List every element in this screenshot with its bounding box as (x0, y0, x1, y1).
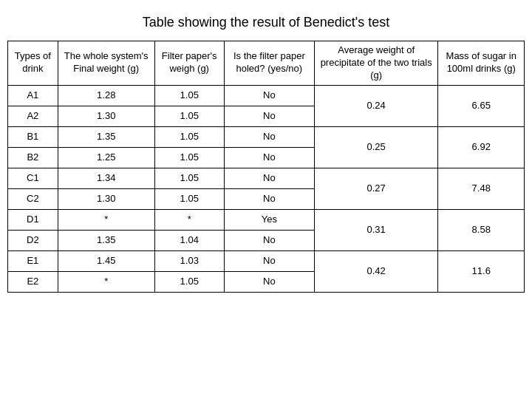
cell-whole: * (58, 271, 154, 292)
results-table: Types of drink The whole system's Final … (7, 41, 525, 293)
cell-holed: No (224, 271, 314, 292)
cell-drink: D1 (8, 209, 58, 230)
cell-whole: 1.45 (58, 250, 154, 271)
cell-drink: D2 (8, 230, 58, 250)
col-header-filter: Filter paper's weigh (g) (154, 41, 224, 86)
cell-drink: E2 (8, 271, 58, 292)
cell-drink: A2 (8, 106, 58, 126)
page-title: Table showing the result of Benedict's t… (143, 15, 390, 30)
cell-filter: 1.05 (154, 106, 224, 126)
cell-whole: 1.35 (58, 230, 154, 250)
cell-filter: 1.05 (154, 126, 224, 147)
cell-filter: 1.05 (154, 188, 224, 209)
cell-whole: 1.34 (58, 168, 154, 188)
cell-filter: 1.03 (154, 250, 224, 271)
cell-holed: No (224, 250, 314, 271)
cell-mass: 7.48 (438, 168, 525, 209)
cell-filter: 1.04 (154, 230, 224, 250)
cell-filter: 1.05 (154, 85, 224, 106)
cell-whole: 1.35 (58, 126, 154, 147)
cell-mass: 6.92 (438, 126, 525, 168)
table-header: Types of drink The whole system's Final … (8, 41, 525, 86)
col-header-holed: Is the filter paper holed? (yes/no) (224, 41, 314, 86)
cell-drink: C1 (8, 168, 58, 188)
cell-holed: No (224, 85, 314, 106)
cell-mass: 6.65 (438, 85, 525, 126)
cell-drink: A1 (8, 85, 58, 106)
cell-holed: Yes (224, 209, 314, 230)
cell-whole: 1.28 (58, 85, 154, 106)
cell-holed: No (224, 147, 314, 168)
cell-mass: 11.6 (438, 250, 525, 292)
cell-whole: 1.30 (58, 106, 154, 126)
table-row: C11.341.05No0.277.48 (8, 168, 525, 188)
cell-whole: * (58, 209, 154, 230)
cell-holed: No (224, 188, 314, 209)
col-header-avg: Average weight of precipitate of the two… (314, 41, 438, 86)
cell-filter: * (154, 209, 224, 230)
cell-holed: No (224, 168, 314, 188)
cell-whole: 1.25 (58, 147, 154, 168)
cell-avg: 0.31 (314, 209, 438, 250)
table-row: B11.351.05No0.256.92 (8, 126, 525, 147)
table-row: D1**Yes0.318.58 (8, 209, 525, 230)
col-header-drink: Types of drink (8, 41, 58, 86)
col-header-mass: Mass of sugar in 100ml drinks (g) (438, 41, 525, 86)
cell-drink: E1 (8, 250, 58, 271)
cell-holed: No (224, 106, 314, 126)
cell-filter: 1.05 (154, 168, 224, 188)
cell-avg: 0.25 (314, 126, 438, 168)
cell-whole: 1.30 (58, 188, 154, 209)
cell-holed: No (224, 230, 314, 250)
table-row: A11.281.05No0.246.65 (8, 85, 525, 106)
table-row: E11.451.03No0.4211.6 (8, 250, 525, 271)
cell-drink: C2 (8, 188, 58, 209)
cell-holed: No (224, 126, 314, 147)
cell-filter: 1.05 (154, 147, 224, 168)
cell-drink: B1 (8, 126, 58, 147)
cell-filter: 1.05 (154, 271, 224, 292)
cell-avg: 0.27 (314, 168, 438, 209)
cell-avg: 0.24 (314, 85, 438, 126)
cell-mass: 8.58 (438, 209, 525, 250)
cell-avg: 0.42 (314, 250, 438, 292)
col-header-whole: The whole system's Final weight (g) (58, 41, 154, 86)
cell-drink: B2 (8, 147, 58, 168)
